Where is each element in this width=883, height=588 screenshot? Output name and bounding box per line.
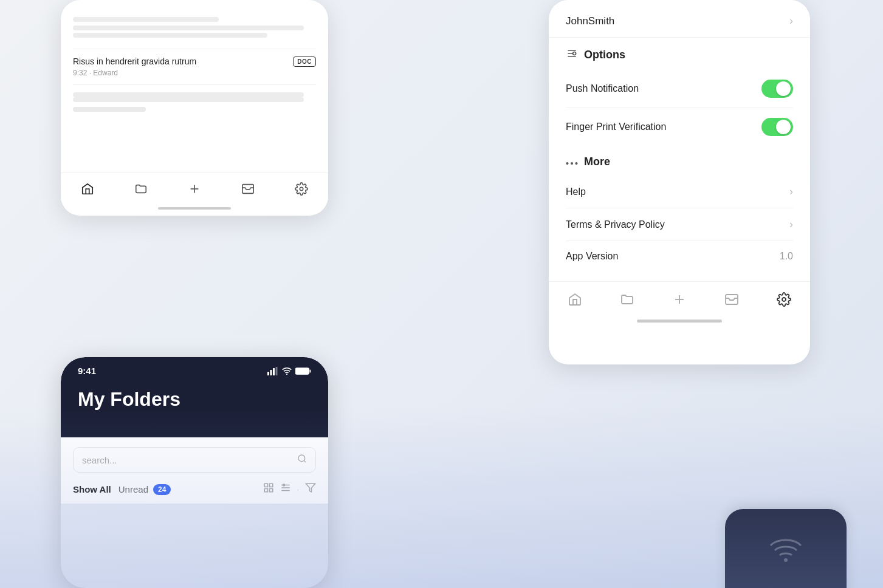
message-item-1[interactable] [73,10,316,49]
terms-chevron-icon: › [789,218,793,231]
grid-view-icon[interactable] [263,482,274,496]
settings-nav-gear-icon[interactable] [775,290,793,309]
blur-line [73,17,219,22]
svg-rect-25 [269,484,272,487]
blur-line [73,92,304,97]
more-section: More Help › Terms & Privacy Policy › App… [549,146,810,272]
svg-rect-24 [264,484,267,487]
settings-nav-folder-icon[interactable] [618,290,636,309]
bottom-nav [61,173,328,203]
fingerprint-label: Finger Print Verification [566,121,666,132]
page-title: My Folders [78,381,311,420]
scroll-indicator [158,207,231,210]
svg-point-33 [784,558,788,562]
svg-point-31 [283,484,284,486]
search-bar[interactable]: search... [73,447,316,473]
svg-rect-26 [264,489,267,492]
fingerprint-row: Finger Print Verification [566,108,793,146]
top-left-phone: Risus in hendrerit gravida rutrum 9:32 ·… [61,0,328,216]
settings-nav-inbox-icon[interactable] [723,290,741,309]
message-doc-item[interactable]: Risus in hendrerit gravida rutrum 9:32 ·… [73,49,316,85]
more-icon [566,156,578,168]
status-bar: 9:41 [78,357,311,381]
signal-icon [267,367,278,375]
settings-username: JohnSmith [566,15,614,27]
svg-point-3 [300,187,303,191]
folders-content: search... Show All Unread 24 [61,437,328,504]
svg-rect-27 [269,489,272,492]
nav-inbox-icon[interactable] [239,180,256,197]
nav-add-icon[interactable] [186,180,203,197]
filter-row: Show All Unread 24 [73,482,316,496]
options-title-text: Options [584,49,625,61]
help-chevron-icon: › [789,185,793,198]
wifi-icon [282,368,292,375]
options-section-title: Options [566,47,793,63]
push-notification-label: Push Notification [566,83,639,94]
list-view-icon[interactable] [280,482,291,496]
svg-point-7 [573,52,576,55]
settings-bottom-nav [549,281,810,315]
unread-filter[interactable]: Unread 24 [119,484,171,495]
terms-label: Terms & Privacy Policy [566,219,665,230]
app-version-row: App Version 1.0 [566,241,793,272]
more-title-text: More [584,156,610,168]
fingerprint-toggle[interactable] [761,118,793,136]
svg-rect-16 [270,370,272,375]
search-placeholder-text: search... [82,455,117,465]
settings-user-row[interactable]: JohnSmith › [549,0,810,38]
svg-line-23 [304,460,306,462]
svg-point-9 [571,162,573,165]
svg-rect-2 [242,185,253,194]
settings-nav-home-icon[interactable] [566,290,584,309]
svg-rect-20 [295,368,309,374]
settings-nav-add-icon[interactable] [670,290,689,309]
app-version-value: 1.0 [780,251,793,262]
svg-marker-32 [306,484,315,492]
blur-line [73,97,304,102]
push-notification-toggle[interactable] [761,80,793,98]
unread-count-badge: 24 [153,484,171,495]
phone-dark-header: 9:41 [61,357,328,437]
msg-meta: 9:32 · Edward [73,69,196,77]
svg-point-10 [575,162,577,165]
help-row[interactable]: Help › [566,176,793,208]
battery-icon [295,367,311,375]
settings-panel: JohnSmith › Options Push Notification Fi… [549,0,810,364]
settings-options-section: Options Push Notification Finger Print V… [549,38,810,146]
options-icon [566,47,578,63]
push-notification-row: Push Notification [566,70,793,108]
blur-line [73,33,267,38]
svg-rect-15 [267,372,269,375]
nav-home-icon[interactable] [79,180,96,197]
svg-point-22 [298,455,305,462]
blur-line [73,107,146,112]
more-section-title: More [566,156,793,168]
status-time: 9:41 [78,366,96,376]
svg-point-14 [782,298,786,301]
bottom-right-decorative-phone [725,509,847,588]
message-item-2[interactable] [73,85,316,119]
dot-separator: · [297,485,299,494]
nav-settings-icon[interactable] [293,180,310,197]
svg-rect-18 [276,367,278,375]
filter-funnel-icon[interactable] [305,482,316,496]
filter-left: Show All Unread 24 [73,484,171,495]
terms-row[interactable]: Terms & Privacy Policy › [566,208,793,241]
show-all-filter[interactable]: Show All [73,484,111,494]
doc-badge: DOC [293,56,316,67]
decorative-wifi-icon [768,533,804,569]
msg-title: Risus in hendrerit gravida rutrum [73,56,196,66]
help-label: Help [566,186,586,197]
settings-scroll-indicator [637,320,722,323]
bottom-left-phone: 9:41 [61,357,328,588]
svg-point-19 [286,374,287,375]
nav-folder-icon[interactable] [132,180,149,197]
app-version-label: App Version [566,251,618,262]
svg-rect-17 [273,368,275,375]
user-chevron-icon: › [789,15,793,27]
filter-right: · [263,482,316,496]
search-icon [297,454,307,466]
status-icons [267,367,311,375]
svg-rect-21 [309,369,311,372]
